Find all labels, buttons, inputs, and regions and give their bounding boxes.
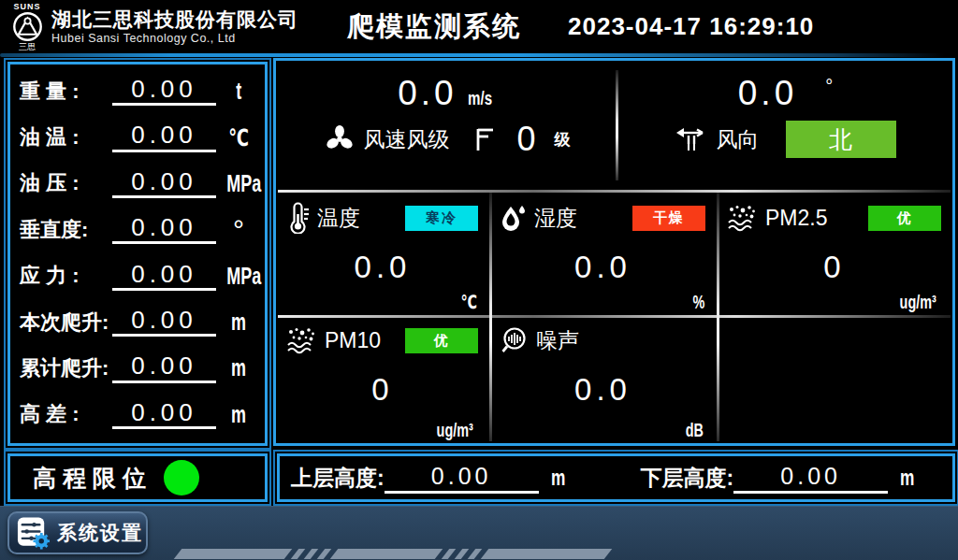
- fan-icon: [324, 123, 356, 155]
- reading-label: 垂直度:: [20, 216, 112, 244]
- reading-value: 0.00: [112, 77, 216, 106]
- wind-speed-label: 风速风级: [363, 125, 449, 154]
- reading-label: 油 温 :: [20, 123, 112, 151]
- reading-value: 0.00: [112, 400, 216, 429]
- reading-value: 0.00: [112, 169, 216, 198]
- sensor-cell-humidity: 湿度 干燥 0.0 %: [489, 193, 717, 315]
- droplet-icon: [499, 203, 527, 233]
- reading-label: 应 力 :: [20, 262, 112, 290]
- lower-height-value: 0.00: [733, 463, 888, 494]
- environment-panel: 0.0 m/s 风速风级: [273, 58, 955, 446]
- reading-row-oil-temp: 油 温 : 0.00 ℃: [20, 114, 257, 160]
- system-settings-button[interactable]: 系统设置: [7, 511, 148, 554]
- upper-height-value: 0.00: [385, 463, 539, 494]
- sensor-value: 0: [285, 372, 480, 408]
- reading-unit: t: [236, 78, 241, 105]
- sensor-unit: ug/m³: [899, 292, 936, 313]
- header: SUNS 三思 湖北三思科技股份有限公司 Hubei Sansi Technol…: [0, 0, 958, 53]
- datetime: 2023-04-17 16:29:10: [568, 12, 814, 41]
- sensor-unit: dB: [686, 420, 704, 441]
- sansi-logo-icon: [12, 11, 43, 42]
- sensor-value: 0.0: [499, 372, 707, 408]
- company-name-cn: 湖北三思科技股份有限公司: [51, 8, 298, 30]
- reading-row-weight: 重 量 : 0.00 t: [20, 68, 257, 114]
- upper-height-group: 上层高度: 0.00 m: [280, 463, 617, 494]
- company-name: 湖北三思科技股份有限公司 Hubei Sansi Technology Co.,…: [51, 8, 298, 45]
- wind-level-icon: [473, 125, 496, 153]
- monitoring-screen: SUNS 三思 湖北三思科技股份有限公司 Hubei Sansi Technol…: [0, 0, 958, 560]
- elevation-status-light: [164, 460, 199, 495]
- reading-row-stress: 应 力 : 0.00 MPa: [20, 253, 257, 299]
- wind-speed-unit: m/s: [468, 87, 492, 109]
- reading-value: 0.00: [112, 122, 216, 151]
- reading-value: 0.00: [112, 353, 216, 382]
- header-divider: [0, 53, 945, 57]
- sensor-cell-noise: 噪声 0.0 dB: [489, 315, 717, 443]
- settings-sliders-gear-icon: [16, 515, 51, 551]
- thermometer-icon: [285, 202, 310, 234]
- wind-section: 0.0 m/s 风速风级: [276, 61, 952, 190]
- dust-icon: [285, 326, 317, 354]
- status-badge: 优: [868, 206, 941, 231]
- sensor-value: 0: [726, 250, 943, 285]
- company-name-en: Hubei Sansi Technology Co., Ltd: [51, 32, 298, 45]
- logo-sansi-text: 三思: [19, 43, 36, 51]
- divider: [616, 70, 618, 180]
- sensor-unit: ℃: [460, 291, 476, 313]
- sensor-name: 温度: [317, 204, 360, 233]
- empty-cell: [717, 315, 952, 443]
- status-badge: 干燥: [632, 206, 705, 231]
- layer-heights-panel: 上层高度: 0.00 m 下层高度: 0.00 m: [273, 450, 958, 506]
- wind-direction-label: 风向: [717, 125, 760, 154]
- reading-unit: m: [231, 354, 246, 381]
- elevation-limit-panel: 高程限位: [4, 450, 271, 506]
- page-title: 爬模监测系统: [347, 8, 521, 46]
- sensor-unit: ug/m³: [436, 420, 472, 441]
- sensor-unit: %: [693, 292, 705, 313]
- elevation-limit-label: 高程限位: [33, 463, 152, 494]
- sensor-name: 湿度: [534, 204, 577, 233]
- wind-direction-value: 0.0: [738, 76, 797, 110]
- sensor-grid: 温度 寒冷 0.0 ℃ 湿度 干燥: [276, 193, 952, 443]
- sensor-cell-pm10: PM10 优 0 ug/m³: [276, 315, 489, 443]
- reading-value: 0.00: [112, 215, 216, 244]
- reading-value: 0.00: [112, 262, 216, 291]
- reading-row-current-climb: 本次爬升: 0.00 m: [20, 299, 257, 345]
- sensor-name: PM2.5: [765, 206, 827, 231]
- reading-unit: ℃: [228, 124, 249, 151]
- wind-speed-block: 0.0 m/s 风速风级: [276, 61, 618, 190]
- wind-vane-icon: [675, 125, 709, 153]
- sensor-name: PM10: [325, 328, 381, 353]
- sensor-cell-pm25: PM2.5 优 0 ug/m³: [717, 193, 952, 315]
- noise-icon: [499, 325, 529, 355]
- reading-label: 重 量 :: [20, 78, 112, 106]
- reading-row-verticality: 垂直度: 0.00 °: [20, 207, 257, 252]
- wind-level-value: 0: [516, 122, 535, 156]
- lower-height-label: 下层高度:: [641, 464, 734, 493]
- reading-row-height-diff: 高 差 : 0.00 m: [20, 392, 257, 438]
- wind-speed-value: 0.0: [398, 76, 457, 110]
- status-badge: 寒冷: [405, 206, 478, 231]
- dust-icon: [726, 204, 758, 232]
- lower-height-unit: m: [900, 465, 914, 491]
- sensor-name: 噪声: [536, 326, 579, 355]
- logo-suns-text: SUNS: [13, 3, 40, 11]
- reading-unit: MPa: [226, 170, 261, 197]
- reading-unit: m: [231, 309, 246, 336]
- footer-decoration: [178, 549, 608, 559]
- reading-row-total-climb: 累计爬升: 0.00 m: [20, 345, 257, 391]
- reading-label: 高 差 :: [20, 400, 112, 428]
- left-readings-panel: 重 量 : 0.00 t 油 温 : 0.00 ℃ 油 压 : 0.00 MPa…: [4, 58, 271, 450]
- wind-direction-unit: °: [825, 76, 833, 97]
- footer-bar: 系统设置: [0, 506, 958, 560]
- reading-label: 本次爬升:: [20, 309, 112, 337]
- upper-height-unit: m: [551, 465, 565, 491]
- wind-level-unit: 级: [555, 129, 571, 151]
- reading-unit: m: [231, 401, 246, 428]
- reading-unit: MPa: [226, 263, 261, 290]
- sensor-value: 0.0: [499, 250, 707, 285]
- status-badge: 优: [405, 328, 478, 353]
- company-logo: SUNS 三思: [7, 3, 47, 51]
- wind-direction-badge: 北: [786, 121, 896, 158]
- reading-unit: °: [233, 214, 244, 245]
